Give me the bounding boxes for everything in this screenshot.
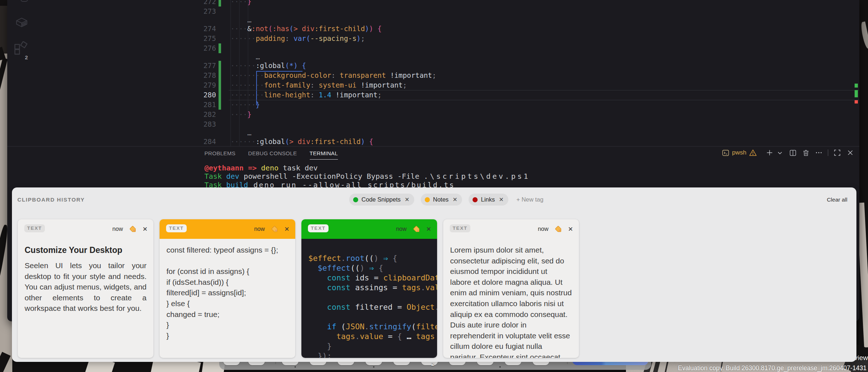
line-number: 277: [192, 61, 216, 71]
card-header: TEXTnow✕: [18, 219, 153, 239]
folded-region-ellipsis[interactable]: …: [247, 129, 251, 137]
terminal-line: @eythaann => deno task dev: [204, 164, 530, 173]
card-close-icon[interactable]: ✕: [568, 225, 573, 233]
tag-chip-code-snippets[interactable]: Code Snippets✕: [349, 194, 414, 206]
panel-tabs: PROBLEMSDEBUG CONSOLETERMINAL: [204, 150, 338, 160]
tag-icon[interactable]: [129, 225, 136, 233]
ruler-mark: [855, 84, 858, 88]
code-line-278: ········background-color: transparent !i…: [230, 71, 436, 80]
tag-color-dot: [425, 197, 430, 202]
close-panel-icon[interactable]: [846, 149, 854, 157]
tag-label: Code Snippets: [361, 196, 401, 203]
tag-icon[interactable]: [555, 225, 562, 233]
tag-icon[interactable]: [413, 225, 420, 233]
trash-icon[interactable]: [802, 149, 810, 157]
folded-region-ellipsis[interactable]: …: [247, 16, 251, 24]
tag-label: Notes: [433, 196, 449, 203]
maximize-panel-icon[interactable]: [833, 149, 841, 157]
card-type-badge: TEXT: [450, 224, 470, 232]
line-number: 275: [192, 34, 216, 43]
new-terminal-icon[interactable]: [766, 149, 774, 157]
clipboard-card-2[interactable]: TEXTnow✕const filtered: typeof assigns =…: [160, 219, 295, 358]
running-app-indicator: [373, 366, 374, 368]
terminal-output[interactable]: @eythaann => deno task devTask dev power…: [204, 164, 530, 190]
folded-region-ellipsis[interactable]: …: [256, 53, 260, 61]
panel-tab-terminal[interactable]: TERMINAL: [310, 150, 338, 160]
pwsh-label: pwsh: [732, 149, 746, 156]
card-timestamp: now: [538, 226, 548, 232]
remove-tag-icon[interactable]: ✕: [499, 196, 504, 203]
code-line-272: ····}: [230, 0, 251, 7]
card-meta: now✕: [254, 219, 289, 239]
current-line-highlight: [229, 100, 859, 100]
card-meta: now✕: [112, 219, 148, 239]
code-line-275: ······padding: var(--spacing-s);: [230, 34, 365, 43]
tag-chip-links[interactable]: Links✕: [469, 194, 508, 206]
panel-actions: pwsh: [721, 149, 854, 157]
running-app-indicator: [499, 366, 501, 368]
remove-tag-icon[interactable]: ✕: [405, 196, 409, 203]
line-number: 273: [192, 7, 216, 16]
chevron-down-icon[interactable]: [776, 149, 784, 157]
line-number: 280: [192, 90, 216, 100]
tag-color-dot: [353, 197, 358, 202]
card-header: TEXTnow✕: [443, 219, 579, 239]
card-code-text: Lorem ipsum dolor sit amet,consectetur a…: [443, 239, 579, 358]
tag-color-dot: [473, 197, 478, 202]
card-close-icon[interactable]: ✕: [426, 225, 431, 233]
card-type-badge: TEXT: [166, 224, 187, 232]
card-close-icon[interactable]: ✕: [284, 225, 289, 233]
card-title: Customize Your Desktop: [25, 245, 147, 255]
panel-tab-debug-console[interactable]: DEBUG CONSOLE: [248, 150, 297, 160]
git-added-indicator: [219, 43, 221, 53]
card-meta: now✕: [538, 219, 573, 239]
separator: [828, 149, 828, 156]
git-added-indicator: [219, 0, 221, 7]
line-number: 283: [192, 119, 216, 129]
code-line-274: ····&:not(:has(> div:first-child)) {: [230, 24, 382, 34]
card-code-block: $effect.root(() ⇒ { $effect(() ⇒ { const…: [301, 239, 437, 358]
line-number: 278: [192, 71, 216, 80]
warning-icon: [749, 149, 757, 157]
clipboard-cards: TEXTnow✕Customize Your DesktopSeelen UI …: [18, 219, 579, 358]
code-editor[interactable]: 272273274275276277278279280281282283284 …: [7, 0, 859, 146]
line-number: 276: [192, 43, 216, 53]
tag-icon[interactable]: [271, 225, 278, 233]
terminal-tab-pwsh[interactable]: pwsh: [721, 149, 757, 157]
remove-tag-icon[interactable]: ✕: [453, 196, 457, 203]
clear-all-button[interactable]: Clear all: [827, 196, 847, 203]
clipboard-card-4[interactable]: TEXTnow✕Lorem ipsum dolor sit amet,conse…: [443, 219, 579, 358]
ruler-mark: [855, 90, 858, 97]
code-line-279: ········font-family: system-ui !importan…: [230, 80, 407, 90]
card-code-text: const filtered: typeof assigns = {};for …: [160, 239, 295, 341]
card-body: Customize Your DesktopSeelen UI lets you…: [18, 239, 153, 314]
code-line-281: ······}: [230, 100, 260, 110]
terminal-line: Task dev powershell -ExecutionPolicy Byp…: [204, 172, 530, 181]
ellipsis-icon[interactable]: [815, 149, 823, 157]
card-timestamp: now: [396, 226, 406, 232]
clipboard-card-3[interactable]: TEXTnow✕$effect.root(() ⇒ { $effect(() ⇒…: [301, 219, 437, 358]
split-terminal-icon[interactable]: [789, 149, 797, 157]
card-type-badge: TEXT: [24, 224, 45, 232]
clipboard-card-1[interactable]: TEXTnow✕Customize Your DesktopSeelen UI …: [18, 219, 153, 358]
line-number: 281: [192, 100, 216, 110]
card-timestamp: now: [254, 226, 264, 232]
card-header: TEXTnow✕: [301, 219, 437, 239]
code-line-280: ········line-height: 1.4 !important;: [230, 90, 382, 100]
line-number: 284: [192, 137, 216, 146]
code-line-282: ····}: [230, 110, 251, 119]
card-type-badge: TEXT: [308, 224, 329, 232]
card-meta: now✕: [396, 219, 431, 239]
new-tag-button[interactable]: + New tag: [516, 196, 543, 203]
tag-chip-notes[interactable]: Notes✕: [421, 194, 462, 206]
line-number: 282: [192, 110, 216, 119]
card-close-icon[interactable]: ✕: [143, 225, 148, 233]
running-app-indicator: [295, 366, 296, 368]
card-timestamp: now: [112, 226, 123, 232]
panel-tab-problems[interactable]: PROBLEMS: [204, 150, 236, 160]
git-added-indicator: [219, 61, 221, 110]
taskbar-badge: 2: [429, 361, 436, 367]
tag-filter-chips: Code Snippets✕Notes✕Links✕+ New tag: [25, 194, 868, 206]
desktop: view Evaluation copy. Build 26300.8170.g…: [0, 0, 868, 372]
card-text: Seelen UI lets you tailor your desktop t…: [25, 260, 147, 314]
